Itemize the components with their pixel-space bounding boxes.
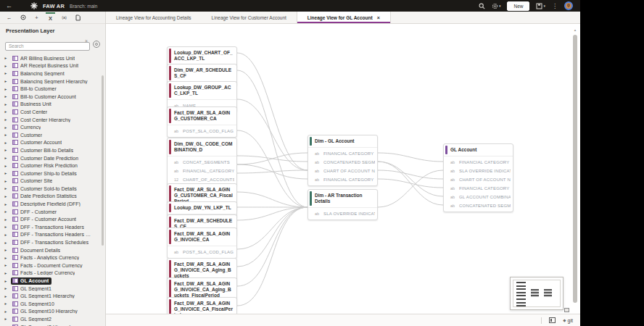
- tree-item-pill[interactable]: GL Segment1: [11, 285, 54, 292]
- tree-item[interactable]: ▸ Bill-to Customer: [3, 85, 105, 93]
- tree-item[interactable]: ▸ Customer Sold-to Details: [3, 185, 105, 193]
- expand-caret-icon[interactable]: ▸: [3, 256, 9, 260]
- canvas-scrollbar[interactable]: ▲: [572, 28, 578, 309]
- node-field[interactable]: ab CHART OF ACCOUNT NAME: [308, 167, 377, 175]
- node-field[interactable]: ab CONCAT_SEGMENTS: [168, 158, 236, 167]
- search-icon[interactable]: [479, 3, 485, 9]
- physical-table-node[interactable]: Dim_DW_GL_CODE_COMBINATION_D ab CONCAT_S…: [167, 138, 237, 186]
- tree-item[interactable]: ▸ Customer Site: [3, 177, 105, 185]
- node-field[interactable]: ab FINANCIAL CATEGORY CODE: [444, 184, 513, 193]
- git-status[interactable]: ◆ git: [563, 318, 573, 323]
- tree-item[interactable]: ▸ GL Segment1 Hierarchy: [3, 292, 105, 300]
- tree-item-pill[interactable]: Customer Risk Prediction: [11, 162, 80, 170]
- node-field[interactable]: ab CONCATENATED SEGMENTS: [308, 158, 377, 167]
- tree-item[interactable]: ▸ Customer Ship-to Details: [3, 170, 105, 177]
- tree-item-pill[interactable]: Customer Date Prediction: [11, 154, 81, 162]
- tree-item-pill[interactable]: AR Receipt Business Unit: [11, 62, 81, 70]
- tree-item[interactable]: ▸ GL Segment2: [3, 315, 105, 323]
- expand-caret-icon[interactable]: ▸: [3, 301, 9, 306]
- tree-item[interactable]: ▸ GL Segment10 Hierarchy: [3, 308, 105, 316]
- tree-item[interactable]: ▸ Balancing Segment Hierarchy: [3, 78, 105, 85]
- node-field[interactable]: ab FINANCIAL CATEGORY NAME: [308, 149, 377, 158]
- node-field[interactable]: ab FINANCIAL CATEGORY NAME: [444, 158, 513, 167]
- expand-caret-icon[interactable]: ▸: [3, 79, 9, 83]
- node-field[interactable]: ab POST_SLA_COD_FLAG: [168, 248, 236, 256]
- new-button[interactable]: New: [507, 1, 529, 11]
- scrollbar-thumb[interactable]: [573, 35, 577, 303]
- lineage-tab[interactable]: Lineage View for GL Account ×: [297, 12, 391, 23]
- kebab-menu-icon[interactable]: ⋮: [552, 3, 558, 9]
- tree-item-pill[interactable]: Balancing Segment Hierarchy: [11, 78, 91, 85]
- expand-caret-icon[interactable]: ▸: [3, 286, 9, 291]
- tree-item[interactable]: ▸ Document Details: [3, 246, 105, 254]
- physical-table-node[interactable]: Fact_DW_AR_SLA_AGING_CUSTOMER_CA ab POST…: [167, 106, 237, 138]
- expand-caret-icon[interactable]: ▸: [3, 317, 9, 321]
- search-input[interactable]: [5, 42, 90, 51]
- expand-caret-icon[interactable]: ▸: [3, 279, 9, 283]
- tree-item[interactable]: ▸ Cost Center Hierarchy: [3, 116, 105, 124]
- minimap[interactable]: [510, 277, 564, 310]
- tree-item-pill[interactable]: Customer: [11, 131, 45, 138]
- expand-caret-icon[interactable]: ▸: [3, 171, 9, 175]
- connections-icon[interactable]: [18, 12, 28, 23]
- tree-item-pill[interactable]: GL Segment2: [11, 315, 54, 322]
- physical-table-node[interactable]: Fact_DW_AR_SLA_AGING_INVOICE_CA_FiscalPe…: [167, 297, 237, 314]
- save-menu[interactable]: ▾: [536, 3, 545, 9]
- search-options-icon[interactable]: [93, 41, 100, 48]
- expand-caret-icon[interactable]: ▸: [3, 241, 9, 245]
- node-field[interactable]: ab POST_SLA_COD_FLAG: [168, 127, 236, 135]
- tree-item[interactable]: ▸ GL Segment1: [3, 285, 105, 293]
- tree-item[interactable]: ▸ DFF - Customer Account: [3, 215, 105, 223]
- expand-caret-icon[interactable]: ▸: [3, 309, 9, 314]
- expand-caret-icon[interactable]: ▸: [3, 179, 9, 183]
- tree-item-pill[interactable]: Facts - Analytics Currency: [11, 254, 82, 262]
- tree-item-pill[interactable]: DFF - Transactions Schedules: [11, 239, 91, 246]
- tree-item-pill[interactable]: Document Details: [11, 246, 63, 254]
- tree-item[interactable]: ▸ DFF - Customer: [3, 208, 105, 216]
- expand-caret-icon[interactable]: ▸: [3, 263, 9, 267]
- tree-item[interactable]: ▸ DFF - Transactions Headers: [3, 223, 105, 231]
- variables-icon[interactable]: (a): [59, 12, 69, 23]
- node-field[interactable]: ab SLA OVERRIDE INDICATOR: [444, 167, 513, 175]
- tree-item[interactable]: ▸ Descriptive Flexfield (DFF): [3, 200, 105, 208]
- tree-item-pill[interactable]: Customer Bill-to Details: [11, 146, 76, 154]
- tree-item[interactable]: ▸ Bill-to Customer Account: [3, 93, 105, 101]
- back-icon[interactable]: ←: [6, 2, 12, 9]
- logical-table-node[interactable]: Dim - AR Transaction Details ab SLA OVER…: [307, 189, 378, 220]
- tree-item[interactable]: ▸ Balancing Segment: [3, 70, 105, 78]
- expand-caret-icon[interactable]: ▸: [3, 141, 9, 145]
- expand-caret-icon[interactable]: ▸: [3, 133, 9, 137]
- close-tab-icon[interactable]: ×: [377, 15, 380, 20]
- sidebar-scrollbar[interactable]: [102, 75, 104, 246]
- toggle-panel-icon[interactable]: [549, 317, 556, 323]
- tree-item-pill[interactable]: Bill-to Customer: [11, 85, 59, 93]
- tree-item[interactable]: ▸ Facts - Analytics Currency: [3, 254, 105, 262]
- expand-caret-icon[interactable]: ▸: [3, 156, 9, 160]
- expand-caret-icon[interactable]: ▸: [3, 294, 9, 298]
- tree-item[interactable]: ▸ Facts - Document Currency: [3, 262, 105, 269]
- expand-caret-icon[interactable]: ▸: [3, 217, 9, 222]
- tree-item[interactable]: ▸ Customer Bill-to Details: [3, 146, 105, 154]
- tree-item[interactable]: ▸ DFF - Transactions Schedules: [3, 238, 105, 246]
- expand-caret-icon[interactable]: ▸: [3, 117, 9, 122]
- tree-item[interactable]: ▸ Currency: [3, 123, 105, 131]
- tree-item-pill[interactable]: Facts - Document Currency: [11, 262, 86, 269]
- tree-item-pill[interactable]: GL Segment10 Hierarchy: [11, 308, 80, 315]
- tree-item[interactable]: ▸ Date Prediction Statistics: [3, 193, 105, 201]
- node-field[interactable]: ab CONCATENATED SEGMENTS: [444, 201, 513, 210]
- node-field[interactable]: ab FINANCIAL_CATEGORY: [168, 167, 236, 175]
- tree-item-pill[interactable]: DFF - Customer Account: [11, 216, 79, 223]
- expand-caret-icon[interactable]: ▸: [3, 94, 9, 99]
- panel-back-icon[interactable]: ←: [4, 12, 14, 23]
- tree-item-pill[interactable]: DFF - Transactions Headers Regional Info…: [11, 231, 96, 238]
- expand-caret-icon[interactable]: ▸: [3, 202, 9, 206]
- tree-item[interactable]: ▸ GL Segment2 Hierarchy: [3, 323, 105, 326]
- tree-item-pill[interactable]: GL Segment1 Hierarchy: [11, 293, 78, 300]
- tree-item-pill[interactable]: DFF - Customer: [11, 208, 59, 215]
- expand-caret-icon[interactable]: ▸: [3, 186, 9, 191]
- tree-item-pill[interactable]: DFF - Transactions Headers: [11, 223, 87, 230]
- tree-item-pill[interactable]: Balancing Segment: [11, 70, 67, 77]
- tree-item[interactable]: ▸ Customer Date Prediction: [3, 154, 105, 162]
- tree-item-pill[interactable]: Cost Center: [11, 108, 50, 115]
- node-field[interactable]: ab SLA OVERRIDE INDICATOR: [308, 209, 377, 218]
